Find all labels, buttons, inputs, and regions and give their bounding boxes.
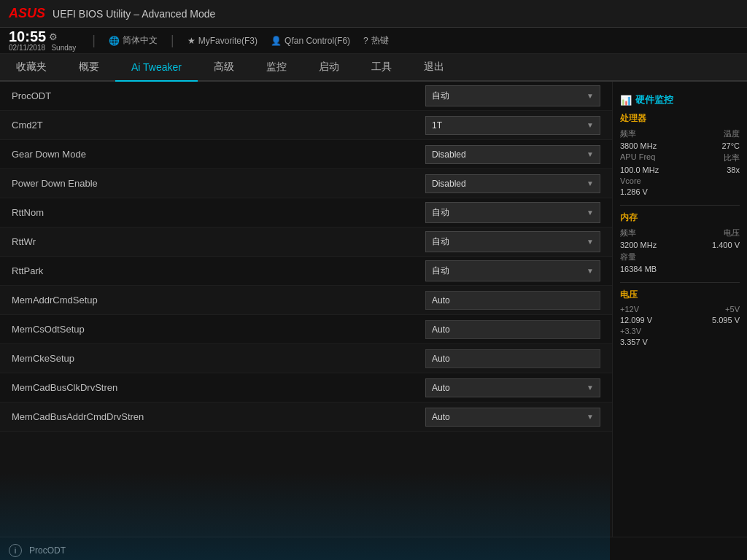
chevron-down-icon: ▼ xyxy=(587,238,594,246)
setting-label: MemAddrCmdSetup xyxy=(12,295,425,306)
setting-dropdown[interactable]: Disabled▼ xyxy=(425,174,600,193)
cpu-vcore-value: 1.286 V xyxy=(620,187,740,196)
volt-12v-5v-values: 12.099 V 5.095 V xyxy=(620,316,740,324)
setting-dropdown[interactable]: Auto▼ xyxy=(425,408,600,427)
qfan-button[interactable]: 👤 Qfan Control(F6) xyxy=(271,36,350,46)
table-row: MemCadBusAddrCmdDrvStrenAuto▼ xyxy=(0,402,612,432)
setting-control: Auto xyxy=(425,349,600,368)
chevron-down-icon: ▼ xyxy=(587,150,594,158)
setting-text-input[interactable]: Auto xyxy=(425,349,600,368)
setting-label: Gear Down Mode xyxy=(12,149,425,160)
chevron-down-icon: ▼ xyxy=(587,92,594,100)
qfan-icon: 👤 xyxy=(271,36,282,46)
nav-item-monitor[interactable]: 监控 xyxy=(250,54,303,82)
toolbar-separator-2: | xyxy=(171,33,174,48)
setting-label: MemCsOdtSetup xyxy=(12,324,425,335)
mem-capacity-value: 16384 MB xyxy=(620,265,740,273)
cpu-apufreq-ratio-values: 100.0 MHz 38x xyxy=(620,166,740,174)
setting-dropdown[interactable]: 1T▼ xyxy=(425,116,600,135)
table-row: ProcODT自动▼ xyxy=(0,82,612,111)
table-row: Power Down EnableDisabled▼ xyxy=(0,169,612,198)
voltage-group: 电压 +12V +5V 12.099 V 5.095 V +3.3V 3.357… xyxy=(620,289,740,346)
memory-group: 内存 频率 电压 3200 MHz 1.400 V 容量 16384 MB xyxy=(620,211,740,273)
nav-item-aitweaker[interactable]: Ai Tweaker xyxy=(115,54,198,82)
setting-dropdown[interactable]: Disabled▼ xyxy=(425,145,600,164)
nav-item-favorites[interactable]: 收藏夹 xyxy=(0,54,63,82)
sidebar-divider-1 xyxy=(620,205,740,206)
cpu-vcore-header: Vcore xyxy=(620,176,740,185)
nav-item-advanced[interactable]: 高级 xyxy=(198,54,250,82)
table-row: MemAddrCmdSetupAuto xyxy=(0,286,612,315)
table-row: RttWr自动▼ xyxy=(0,228,612,257)
setting-control: 自动▼ xyxy=(425,231,600,252)
setting-label: RttWr xyxy=(12,236,425,247)
setting-control: Auto xyxy=(425,320,600,339)
header-bar: ASUS UEFI BIOS Utility – Advanced Mode xyxy=(0,0,747,28)
hotkey-button[interactable]: ? 热键 xyxy=(363,34,389,47)
volt-33v-value: 3.357 V xyxy=(620,338,740,346)
setting-control: Auto xyxy=(425,291,600,310)
main-area: ProcODT自动▼Cmd2T1T▼Gear Down ModeDisabled… xyxy=(0,82,747,537)
cpu-group: 处理器 频率 温度 3800 MHz 27°C APU Freq 比率 100.… xyxy=(620,112,740,196)
cpu-group-title: 处理器 xyxy=(620,112,740,125)
nav-item-overview[interactable]: 概要 xyxy=(63,54,115,82)
setting-control: 自动▼ xyxy=(425,202,600,223)
chevron-down-icon: ▼ xyxy=(587,121,594,129)
favorite-icon: ★ xyxy=(187,36,196,46)
setting-control: 自动▼ xyxy=(425,85,600,106)
asus-logo: ASUS xyxy=(9,6,45,21)
settings-content: ProcODT自动▼Cmd2T1T▼Gear Down ModeDisabled… xyxy=(0,82,612,537)
setting-dropdown[interactable]: 自动▼ xyxy=(425,260,600,281)
table-row: MemCadBusClkDrvStrenAuto▼ xyxy=(0,373,612,402)
table-row: RttNom自动▼ xyxy=(0,198,612,228)
nav-item-tools[interactable]: 工具 xyxy=(355,54,408,82)
nav-bar: 收藏夹 概要 Ai Tweaker 高级 监控 启动 工具 退出 xyxy=(0,54,747,82)
hotkey-icon: ? xyxy=(363,36,368,46)
mem-capacity-header: 容量 xyxy=(620,252,740,262)
setting-label: RttNom xyxy=(12,207,425,218)
gear-icon[interactable]: ⚙ xyxy=(49,31,58,42)
cpu-freq-temp-header: 频率 温度 xyxy=(620,128,740,139)
table-row: MemCsOdtSetupAuto xyxy=(0,315,612,344)
setting-control: Auto▼ xyxy=(425,408,600,427)
setting-dropdown[interactable]: 自动▼ xyxy=(425,231,600,252)
toolbar: 10:55 ⚙ 02/11/2018 Sunday | 🌐 简体中文 | ★ M… xyxy=(0,28,747,54)
nav-item-exit[interactable]: 退出 xyxy=(408,54,460,82)
cpu-apufreq-ratio-header: APU Freq 比率 xyxy=(620,152,740,163)
table-row: Cmd2T1T▼ xyxy=(0,111,612,140)
volt-33v-header: +3.3V xyxy=(620,327,740,335)
setting-label: Power Down Enable xyxy=(12,178,425,189)
table-row: RttPark自动▼ xyxy=(0,257,612,286)
datetime-display: 10:55 ⚙ 02/11/2018 Sunday xyxy=(9,29,76,52)
globe-icon: 🌐 xyxy=(109,36,120,46)
setting-control: Auto▼ xyxy=(425,378,600,397)
info-text: ProcODT xyxy=(29,545,66,556)
bios-title: UEFI BIOS Utility – Advanced Mode xyxy=(53,8,215,20)
hardware-monitor-sidebar: 📊 硬件监控 处理器 频率 温度 3800 MHz 27°C APU Freq … xyxy=(612,82,747,537)
setting-label: MemCadBusClkDrvStren xyxy=(12,382,425,393)
mem-freq-voltage-header: 频率 电压 xyxy=(620,228,740,238)
mem-freq-voltage-values: 3200 MHz 1.400 V xyxy=(620,241,740,249)
setting-control: 1T▼ xyxy=(425,116,600,135)
setting-label: MemCadBusAddrCmdDrvStren xyxy=(12,411,425,422)
volt-12v-5v-header: +12V +5V xyxy=(620,305,740,314)
sidebar-title: 📊 硬件监控 xyxy=(620,93,740,106)
setting-text-input[interactable]: Auto xyxy=(425,320,600,339)
setting-label: Cmd2T xyxy=(12,120,425,131)
chevron-down-icon: ▼ xyxy=(587,179,594,187)
myfavorite-button[interactable]: ★ MyFavorite(F3) xyxy=(187,36,258,46)
voltage-group-title: 电压 xyxy=(620,289,740,301)
table-row: Gear Down ModeDisabled▼ xyxy=(0,140,612,169)
setting-text-input[interactable]: Auto xyxy=(425,291,600,310)
date-display: 02/11/2018 Sunday xyxy=(9,44,76,52)
setting-dropdown[interactable]: Auto▼ xyxy=(425,378,600,397)
setting-dropdown[interactable]: 自动▼ xyxy=(425,202,600,223)
info-icon: i xyxy=(9,544,22,557)
chevron-down-icon: ▼ xyxy=(587,267,594,275)
nav-item-boot[interactable]: 启动 xyxy=(303,54,355,82)
setting-label: RttPark xyxy=(12,265,425,276)
setting-label: ProcODT xyxy=(12,90,425,101)
info-bar: i ProcODT xyxy=(0,537,747,560)
language-selector[interactable]: 🌐 简体中文 xyxy=(109,34,158,47)
setting-dropdown[interactable]: 自动▼ xyxy=(425,85,600,106)
